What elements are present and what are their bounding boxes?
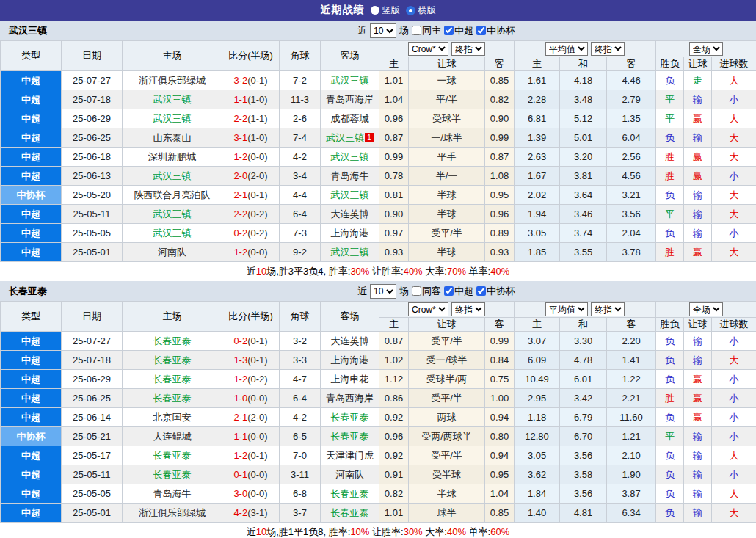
handicap-group-header: Crow*终指 [379,302,515,318]
league-checkbox[interactable] [444,26,454,35]
average-stage-select[interactable]: 终指 [591,302,625,316]
home-team: 长春亚泰 [123,370,222,389]
result-handicap: 输 [684,186,712,205]
corner-score: 7-2 [280,71,321,90]
average-stage-select[interactable]: 终指 [591,42,625,56]
league-checkbox-label[interactable]: 中超 [444,285,473,298]
fullmatch-select[interactable]: 全场 [689,42,723,56]
result-handicap: 输 [684,332,712,351]
avg-away-odds: 2.10 [607,446,656,465]
cup-checkbox-label[interactable]: 中协杯 [476,24,515,37]
average-select[interactable]: 平均值 [545,42,588,56]
avg-draw-odds: 3.58 [560,465,607,484]
result-goals: 小 [712,389,756,408]
away-team: 大连英博 [321,205,379,224]
result-handicap: 赢 [684,167,712,186]
score: 1-1(0-0) [222,427,280,446]
handicap-line: 受两/两球半 [409,427,485,446]
away-team: 武汉三镇 [321,148,379,167]
layout-radio-vertical[interactable]: 竖版 [371,4,400,17]
match-date: 25-05-05 [62,224,123,243]
score: 1-1(1-0) [222,90,280,109]
average-select[interactable]: 平均值 [545,302,588,316]
avg-home-odds: 1.40 [515,504,560,523]
corner-score: 7-3 [280,224,321,243]
match-date: 25-06-29 [62,370,123,389]
same-venue-checkbox[interactable] [412,26,421,35]
corner-score: 6-8 [280,484,321,504]
league-checkbox[interactable] [444,286,454,296]
cup-checkbox-label[interactable]: 中协杯 [476,285,515,298]
avg-draw-odds: 3.56 [560,484,607,504]
handicap-away-odds: 0.99 [485,332,515,351]
handicap-home-odds: 0.78 [379,167,409,186]
bookmaker-select[interactable]: Crow* [408,302,448,316]
result-handicap: 赢 [684,148,712,167]
avg-draw-odds: 3.48 [560,90,607,109]
handicap-line: 平/半 [409,90,485,109]
radio-horizontal-icon[interactable] [406,6,415,15]
result-goals: 大 [712,148,756,167]
home-team: 长春亚泰 [123,446,222,465]
away-team: 长春亚泰 [321,408,379,427]
score: 1-0(0-0) [222,389,280,408]
handicap-away-odds: 0.84 [485,351,515,370]
away-team: 长春亚泰 [321,427,379,446]
handicap-line: 受球半/两 [409,370,485,389]
same-venue-checkbox-label[interactable]: 同主 [412,24,441,37]
same-venue-checkbox[interactable] [412,286,421,296]
handicap-stage-select[interactable]: 终指 [451,302,485,316]
same-venue-checkbox-label[interactable]: 同客 [412,285,441,298]
match-date: 25-05-01 [62,504,123,523]
handicap-line: 半球 [409,243,485,262]
home-team: 青岛海牛 [123,484,222,504]
fullmatch-select[interactable]: 全场 [689,302,723,316]
match-date: 25-06-13 [62,167,123,186]
result-goals: 小 [712,90,756,109]
corner-score: 4-7 [280,370,321,389]
handicap-away-odds: 0.80 [485,427,515,446]
bookmaker-select[interactable]: Crow* [408,42,448,56]
match-type-cell: 中超 [1,351,62,370]
avg-draw-odds: 6.70 [560,427,607,446]
handicap-home-odds: 0.97 [379,224,409,243]
match-date: 25-07-18 [62,351,123,370]
col-header-0: 类型 [1,41,62,71]
away-team: 长春亚泰 [321,504,379,523]
sub-header-1: 让球 [409,318,485,332]
score: 0-2(0-2) [222,224,280,243]
away-team: 上海海港 [321,351,379,370]
result-handicap: 输 [684,90,712,109]
handicap-away-odds: 0.90 [485,109,515,128]
avg-away-odds: 1.41 [607,351,656,370]
league-checkbox-label[interactable]: 中超 [444,24,473,37]
result-wdl: 负 [656,71,684,90]
avg-away-odds: 2.56 [607,148,656,167]
handicap-home-odds: 0.96 [379,427,409,446]
home-team: 武汉三镇 [123,109,222,128]
radio-vertical-icon[interactable] [371,6,379,15]
col-header-1: 日期 [62,302,123,332]
section-bar-1: 长春亚泰近10场同客中超中协杯 [0,281,756,301]
result-wdl: 平 [656,205,684,224]
avg-draw-odds: 3.42 [560,389,607,408]
match-row: 中超25-05-05武汉三镇0-2(0-2)7-3上海海港0.97受平/半0.8… [1,224,756,243]
cup-checkbox[interactable] [476,286,486,296]
home-team: 武汉三镇 [123,167,222,186]
cup-checkbox[interactable] [476,26,486,35]
match-count-select[interactable]: 10 [370,284,396,299]
layout-radio-horizontal[interactable]: 横版 [406,4,436,17]
handicap-stage-select[interactable]: 终指 [451,42,485,56]
average-group-header: 平均值终指 [515,41,656,57]
avg-home-odds: 2.95 [515,389,560,408]
avg-home-odds: 6.81 [515,109,560,128]
score: 1-2(0-0) [222,148,280,167]
avg-draw-odds: 6.01 [560,370,607,389]
match-count-select[interactable]: 10 [370,23,396,38]
result-goals: 小 [712,332,756,351]
avg-away-odds: 3.21 [607,186,656,205]
match-row: 中超25-05-17长春亚泰1-2(0-1)7-0天津津门虎0.92受平/半0.… [1,446,756,465]
sub-header-4: 和 [560,318,607,332]
result-goals: 大 [712,128,756,148]
sub-header-0: 主 [379,57,409,71]
